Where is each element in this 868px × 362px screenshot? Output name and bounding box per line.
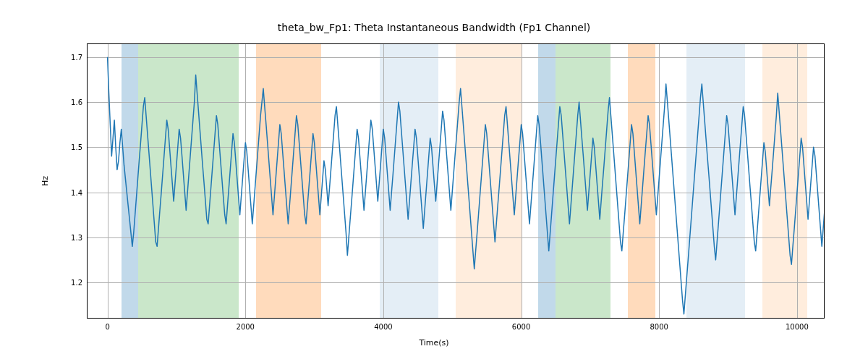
x-tick-label: 6000	[512, 323, 530, 331]
y-tick-label: 1.3	[71, 233, 82, 241]
x-axis-label: Time(s)	[0, 338, 868, 348]
x-tick-label: 8000	[650, 323, 668, 331]
line-series	[87, 43, 825, 319]
chart-title: theta_bw_Fp1: Theta Instantaneous Bandwi…	[0, 22, 868, 33]
x-tick-label: 2000	[237, 323, 255, 331]
plot-area: 02000400060008000100001.21.31.41.51.61.7	[87, 43, 825, 319]
x-tick-label: 4000	[374, 323, 392, 331]
y-axis-label: Hz	[41, 176, 50, 186]
y-tick-label: 1.5	[71, 143, 82, 151]
y-tick-label: 1.2	[71, 279, 82, 287]
x-tick-label: 10000	[786, 323, 809, 331]
y-tick-label: 1.7	[71, 53, 82, 61]
x-tick-label: 0	[105, 323, 109, 331]
y-tick-label: 1.4	[71, 188, 82, 196]
y-tick-label: 1.6	[71, 98, 82, 106]
figure: theta_bw_Fp1: Theta Instantaneous Bandwi…	[0, 0, 868, 362]
